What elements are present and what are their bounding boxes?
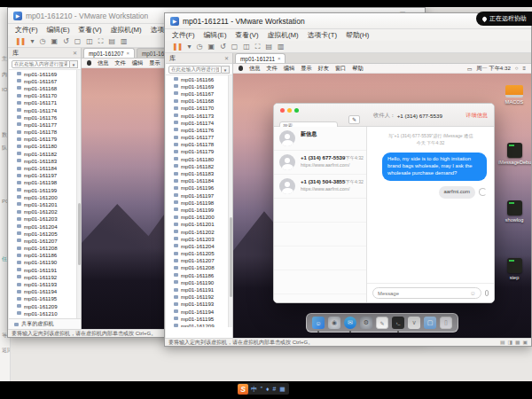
conversation-row[interactable]: 新信息 (274, 127, 366, 151)
dock-launchpad-icon[interactable]: ◉ (328, 317, 340, 329)
vm-list-item[interactable]: mp01-161190 (166, 278, 228, 286)
vm-list-item[interactable]: mp01-161183 (9, 157, 76, 164)
mac-menu-item[interactable]: 窗口 (335, 65, 346, 73)
recipient-field[interactable]: 收件人： +1 (314) 677-5539 (373, 104, 442, 127)
vm-list-item[interactable]: mp01-161209 (9, 302, 76, 309)
dock-system-preferences-icon[interactable]: ⚙ (360, 317, 372, 329)
conversation-row[interactable]: +1 (314) 677-5539 下午4:32 https://www.aar… (274, 151, 366, 175)
vm-list-item[interactable]: mp01-161186 (9, 252, 76, 259)
vm-list-item[interactable]: mp01-161170 (9, 92, 76, 99)
revert-snapshot-icon[interactable]: ↺ (220, 43, 226, 51)
apple-menu-icon[interactable] (239, 66, 243, 71)
dock-installer-icon[interactable]: ∨ (408, 317, 420, 329)
mac-menu-item[interactable]: 编辑 (132, 59, 143, 67)
snapshot-camera-icon[interactable]: ▣ (51, 37, 58, 45)
chevron-down-icon[interactable]: ▾ (70, 60, 78, 68)
vm-list-item[interactable]: mp01-161167 (166, 90, 228, 97)
tab-close-icon[interactable]: × (126, 51, 129, 56)
dropdown-caret-icon[interactable]: ▾ (30, 37, 34, 45)
scrollbar-thumb[interactable] (230, 217, 232, 297)
vm-list-item[interactable]: mp01-161177 (166, 134, 228, 141)
pause-icon[interactable]: ❚❚ (15, 37, 25, 45)
vm-list-item[interactable]: mp01-161201 (9, 200, 76, 207)
dock-terminal-icon[interactable]: ›_ (392, 317, 404, 329)
vm-list-item[interactable]: mp01-161176 (166, 126, 228, 133)
ime-mic-icon[interactable]: ♦ (266, 386, 269, 392)
mac-menu-item[interactable]: 显示 (149, 59, 160, 67)
mac-menu-item[interactable]: 文件 (114, 59, 125, 67)
vm-list-item[interactable]: mp01-161208 (166, 264, 228, 271)
vm-list-item[interactable]: mp01-161204 (9, 223, 76, 230)
close-icon[interactable]: ✕ (73, 50, 77, 56)
vm-list-item[interactable]: mp01-161169 (9, 70, 76, 77)
vm-list-item[interactable]: mp01-161208 (9, 245, 76, 252)
vm-list-item[interactable]: mp01-161195 (166, 315, 228, 322)
vm-list-item[interactable]: mp01-161195 (9, 295, 76, 302)
remote-control-badge[interactable]: 正在远程协助 (476, 12, 532, 26)
desktop-icon-step[interactable]: step (498, 258, 530, 280)
mac-menu-item[interactable]: 编辑 (284, 65, 294, 73)
mac-menu-item[interactable]: 显示 (301, 65, 311, 73)
vm-list-item[interactable]: mp01-161194 (9, 288, 76, 295)
vm-list-item[interactable]: mp01-161184 (9, 164, 76, 171)
desktop-icon-macos-drive[interactable]: MACOS (498, 85, 530, 105)
menubar-clock[interactable]: 周一 下午4:32 (476, 65, 511, 73)
vm-list-item[interactable]: mp01-161170 (166, 105, 228, 112)
vm-list-item[interactable]: mp01-161205 (166, 250, 228, 257)
console-view-icon[interactable]: ▢ (74, 37, 82, 45)
mac-menu-item[interactable]: 文件 (266, 65, 277, 73)
vm-list-item[interactable]: mp01-161182 (9, 150, 76, 157)
ime-toolbox-icon[interactable]: ▦ (279, 386, 285, 393)
desktop-icon-showlog[interactable]: showlog (498, 200, 530, 223)
vm-list-item[interactable]: mp01-161193 (9, 280, 76, 287)
vm-list-item[interactable]: mp01-161180 (9, 143, 76, 150)
vm-list-item[interactable]: mp01-161179 (9, 136, 76, 143)
vm-list-item[interactable]: mp01-161200 (166, 214, 228, 221)
vm-list-item[interactable]: mp01-161186 (166, 271, 228, 278)
sogou-logo-icon[interactable]: S (238, 384, 248, 395)
vm-list-item[interactable]: mp01-161168 (166, 98, 228, 105)
mac-menu-item[interactable]: 信息 (249, 65, 260, 73)
spotlight-icon[interactable]: ○ (515, 66, 519, 71)
vm-list-item[interactable]: mp01-161174 (166, 119, 228, 126)
harddisk-status-icon[interactable]: ▤ (500, 340, 505, 345)
shared-vms-item[interactable]: 共享的虚拟机 (9, 318, 81, 329)
close-icon[interactable]: ✕ (224, 55, 229, 61)
menu-item[interactable]: 查看(V) (236, 30, 259, 40)
microphone-icon[interactable] (485, 290, 489, 296)
sidebar-scrollbar[interactable] (76, 70, 81, 318)
vm-list-item[interactable]: mp01-161184 (166, 177, 228, 184)
vm-list-item[interactable]: mp01-161207 (9, 237, 76, 244)
vm-list-item[interactable]: mp01-161197 (166, 192, 228, 199)
usb-status-icon[interactable]: ▣ (523, 340, 528, 345)
menu-item[interactable]: 编辑(E) (47, 25, 70, 35)
vm-list-item[interactable]: mp01-161197 (9, 172, 76, 179)
vm-list-item[interactable]: mp01-161191 (9, 266, 76, 273)
apple-menu-icon[interactable] (87, 60, 91, 66)
vm-list-item[interactable]: mp01-161179 (166, 148, 228, 155)
fullscreen-icon[interactable]: ⛶ (98, 37, 104, 46)
vm-list-item[interactable]: mp01-161203 (166, 235, 228, 242)
vm-list-item[interactable]: mp01-161199 (166, 206, 228, 213)
details-button[interactable]: 详细信息 (466, 104, 488, 127)
vm-list-item[interactable]: mp01-161194 (166, 308, 228, 315)
minimize-traffic-icon[interactable] (287, 108, 292, 113)
vm-list-item[interactable]: mp01-161210 (9, 309, 76, 317)
vm-list-item[interactable]: mp01-161198 (9, 179, 76, 186)
vm-list-item[interactable]: mp01-161192 (9, 273, 76, 280)
vm-list-item[interactable]: mp01-161166 (166, 75, 228, 82)
vm-list-item[interactable]: mp01-161176 (9, 113, 76, 121)
vm-list-item[interactable]: mp01-161209 (166, 322, 228, 327)
console-view-icon[interactable]: ▢ (231, 43, 239, 51)
menu-item[interactable]: 虚拟机(M) (111, 25, 142, 35)
vm-list-item[interactable]: mp01-161201 (166, 221, 228, 228)
snapshot-clock-icon[interactable]: ◷ (39, 37, 45, 45)
vm-tab[interactable]: mp01-161211 × (235, 53, 286, 63)
menu-item[interactable]: 文件(F) (15, 25, 38, 35)
mac-menu-item[interactable]: 信息 (98, 59, 108, 67)
thumbnail-bar-icon[interactable]: ▥ (278, 43, 285, 51)
vm-list-item[interactable]: mp01-161171 (9, 99, 76, 106)
snapshot-clock-icon[interactable]: ◷ (196, 43, 202, 51)
vm-list-item[interactable]: mp01-161168 (9, 84, 76, 91)
dock-messages-icon[interactable]: ✉ (344, 317, 356, 329)
